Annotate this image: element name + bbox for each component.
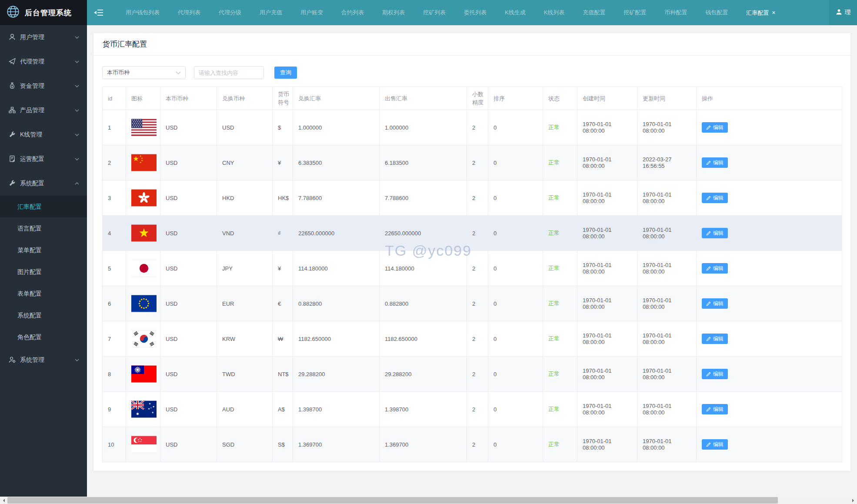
edit-button[interactable]: 编辑 — [702, 193, 728, 203]
edit-button[interactable]: 编辑 — [702, 369, 728, 379]
column-header: 状态 — [543, 87, 577, 110]
cell-sort: 0 — [488, 216, 543, 251]
tab-label: 挖矿配置 — [624, 9, 646, 16]
cell-currency-symbol: ¥ — [273, 145, 293, 180]
status-badge: 正常 — [548, 194, 560, 201]
edit-button[interactable]: 编辑 — [702, 334, 728, 344]
tab-close-icon[interactable]: × — [772, 9, 775, 16]
tab-label: 期权列表 — [382, 9, 405, 16]
status-badge: 正常 — [548, 230, 560, 236]
edit-button-label: 编辑 — [713, 441, 724, 448]
search-input[interactable] — [194, 66, 264, 79]
tab-label: 用户充值 — [260, 9, 282, 16]
tab-label: 挖矿列表 — [423, 9, 446, 16]
tab-item[interactable]: 合约列表 — [332, 0, 373, 25]
user-menu[interactable]: 理 — [829, 0, 857, 25]
cell-created: 1970-01-01 08:00:00 — [577, 392, 637, 427]
scroll-left-arrow-icon[interactable] — [0, 497, 7, 504]
sidebar-item[interactable]: 代理管理 — [0, 50, 87, 74]
tab-item[interactable]: 代理列表 — [169, 0, 210, 25]
column-header: 本币币种 — [160, 87, 217, 110]
chevron-down-icon — [176, 71, 181, 74]
chevron-down-icon — [75, 134, 79, 136]
cell-created: 1970-01-01 08:00:00 — [577, 180, 637, 216]
sidebar-subitem[interactable]: 系统配置 — [0, 304, 87, 326]
sidebar-item[interactable]: 用户管理 — [0, 25, 87, 50]
tab-item[interactable]: 币种配置 — [655, 0, 696, 25]
cell-updated: 1970-01-01 08:00:00 — [637, 427, 697, 462]
sidebar-item[interactable]: 系统配置 — [0, 171, 87, 196]
tab-item[interactable]: 委托列表 — [455, 0, 496, 25]
chevron-down-icon — [75, 158, 79, 160]
edit-button[interactable]: 编辑 — [702, 228, 728, 238]
cell-base-currency: USD — [160, 251, 217, 286]
tab-label: 代理分级 — [219, 9, 241, 16]
app-title: 后台管理系统 — [25, 8, 72, 18]
horizontal-scrollbar[interactable] — [0, 497, 857, 504]
tab-item[interactable]: K线生成 — [496, 0, 535, 25]
cell-quote-currency: AUD — [217, 392, 273, 427]
scroll-right-arrow-icon[interactable] — [850, 497, 857, 504]
tab-item[interactable]: 挖矿列表 — [414, 0, 455, 25]
chevron-down-icon — [75, 36, 79, 39]
edit-button[interactable]: 编辑 — [702, 298, 728, 309]
user-gear-icon — [9, 356, 16, 364]
tab-item[interactable]: 挖矿配置 — [614, 0, 655, 25]
sidebar-subitem[interactable]: 角色配置 — [0, 326, 87, 348]
tab-item[interactable]: 代理分级 — [210, 0, 250, 25]
sidebar-subitem[interactable]: 图片配置 — [0, 261, 87, 283]
tab-item[interactable]: K线列表 — [535, 0, 574, 25]
tab-item[interactable]: 充值配置 — [574, 0, 614, 25]
cell-created: 1970-01-01 08:00:00 — [577, 427, 637, 462]
pencil-icon — [706, 372, 711, 377]
sidebar-item[interactable]: K线管理 — [0, 123, 87, 147]
column-header: 兑换币种 — [217, 87, 273, 110]
currency-select[interactable]: 本币币种 — [102, 66, 186, 79]
flag-jp-icon — [131, 260, 157, 277]
user-name: 理 — [845, 9, 851, 17]
cell-currency-symbol: HK$ — [273, 180, 293, 216]
tab-item[interactable]: 用户钱包列表 — [117, 0, 169, 25]
pencil-icon — [706, 160, 711, 165]
cell-actions: 编辑 — [697, 110, 842, 145]
scrollbar-thumb[interactable] — [7, 497, 778, 504]
sidebar-subitem-active[interactable]: 汇率配置 — [0, 196, 87, 217]
tab-item[interactable]: 用户充值 — [250, 0, 291, 25]
sidebar-item[interactable]: 资金管理 — [0, 74, 87, 98]
cell-status: 正常 — [543, 286, 577, 321]
sidebar-item[interactable]: 系统管理 — [0, 348, 87, 372]
edit-button[interactable]: 编辑 — [702, 157, 728, 168]
tab-item[interactable]: 用户账变 — [291, 0, 332, 25]
sidebar-subitem[interactable]: 语言配置 — [0, 217, 87, 239]
tab-item[interactable]: 期权列表 — [373, 0, 414, 25]
cell-sell-rate: 1182.650000 — [380, 321, 467, 357]
edit-button[interactable]: 编辑 — [702, 404, 728, 414]
cell-updated: 1970-01-01 08:00:00 — [637, 392, 697, 427]
sidebar-subitem[interactable]: 菜单配置 — [0, 239, 87, 261]
tab-label: 代理列表 — [178, 9, 200, 16]
sidebar-subitem[interactable]: 表单配置 — [0, 283, 87, 304]
pencil-icon — [706, 337, 711, 341]
user-icon — [9, 33, 16, 42]
sidebar-collapse-icon[interactable] — [94, 9, 103, 16]
cell-currency-symbol: $ — [273, 110, 293, 145]
cell-base-currency: USD — [160, 110, 217, 145]
cell-actions: 编辑 — [697, 145, 842, 180]
edit-button[interactable]: 编辑 — [702, 122, 728, 133]
cell-status: 正常 — [543, 145, 577, 180]
cell-precision: 2 — [467, 427, 488, 462]
tab-item[interactable]: 钱包配置 — [696, 0, 737, 25]
edit-button[interactable]: 编辑 — [702, 439, 728, 450]
cell-currency-symbol: ₩ — [273, 321, 293, 357]
edit-button[interactable]: 编辑 — [702, 263, 728, 274]
cell-base-currency: USD — [160, 180, 217, 216]
cell-quote-currency: JPY — [217, 251, 273, 286]
search-button[interactable]: 查询 — [274, 67, 297, 79]
cell-sort: 0 — [488, 392, 543, 427]
sidebar-item[interactable]: 产品管理 — [0, 98, 87, 123]
cell-status: 正常 — [543, 180, 577, 216]
tab-item-active[interactable]: 汇率配置× — [737, 0, 784, 25]
sidebar-item[interactable]: 运营配置 — [0, 147, 87, 171]
cell-sort: 0 — [488, 251, 543, 286]
cell-currency-symbol: NT$ — [273, 357, 293, 392]
